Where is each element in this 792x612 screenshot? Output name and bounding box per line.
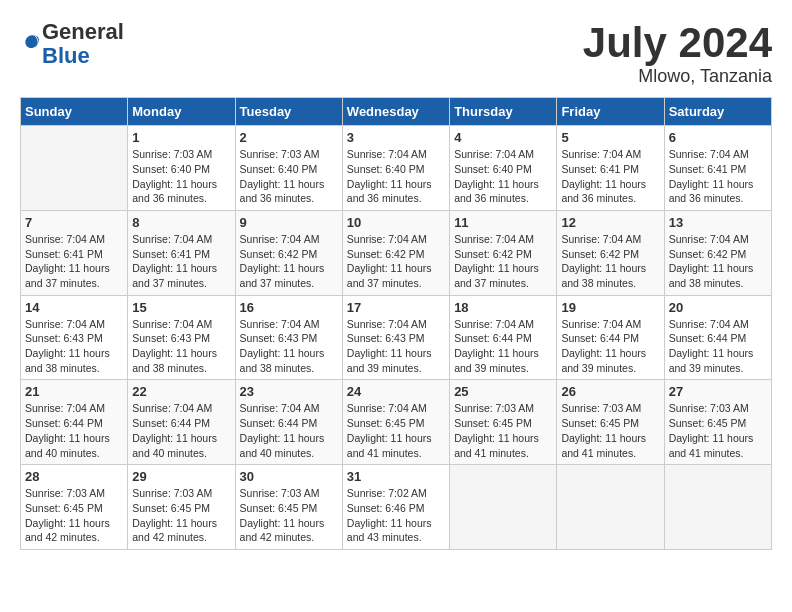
calendar-cell: 21 Sunrise: 7:04 AMSunset: 6:44 PMDaylig… bbox=[21, 380, 128, 465]
day-info: Sunrise: 7:04 AMSunset: 6:44 PMDaylight:… bbox=[132, 401, 230, 460]
calendar-cell: 3 Sunrise: 7:04 AMSunset: 6:40 PMDayligh… bbox=[342, 126, 449, 211]
day-number: 15 bbox=[132, 300, 230, 315]
day-number: 8 bbox=[132, 215, 230, 230]
day-info: Sunrise: 7:04 AMSunset: 6:42 PMDaylight:… bbox=[240, 232, 338, 291]
week-row-5: 28 Sunrise: 7:03 AMSunset: 6:45 PMDaylig… bbox=[21, 465, 772, 550]
day-info: Sunrise: 7:04 AMSunset: 6:44 PMDaylight:… bbox=[240, 401, 338, 460]
page-header: General Blue July 2024 Mlowo, Tanzania bbox=[20, 20, 772, 87]
day-info: Sunrise: 7:04 AMSunset: 6:43 PMDaylight:… bbox=[25, 317, 123, 376]
day-info: Sunrise: 7:03 AMSunset: 6:45 PMDaylight:… bbox=[25, 486, 123, 545]
day-number: 6 bbox=[669, 130, 767, 145]
day-number: 22 bbox=[132, 384, 230, 399]
location-title: Mlowo, Tanzania bbox=[583, 66, 772, 87]
day-info: Sunrise: 7:04 AMSunset: 6:41 PMDaylight:… bbox=[561, 147, 659, 206]
day-number: 10 bbox=[347, 215, 445, 230]
day-info: Sunrise: 7:04 AMSunset: 6:43 PMDaylight:… bbox=[240, 317, 338, 376]
day-info: Sunrise: 7:03 AMSunset: 6:45 PMDaylight:… bbox=[561, 401, 659, 460]
logo: General Blue bbox=[20, 20, 124, 68]
day-info: Sunrise: 7:04 AMSunset: 6:42 PMDaylight:… bbox=[347, 232, 445, 291]
week-row-4: 21 Sunrise: 7:04 AMSunset: 6:44 PMDaylig… bbox=[21, 380, 772, 465]
day-info: Sunrise: 7:03 AMSunset: 6:45 PMDaylight:… bbox=[132, 486, 230, 545]
day-number: 30 bbox=[240, 469, 338, 484]
logo-general-text: General bbox=[42, 19, 124, 44]
title-block: July 2024 Mlowo, Tanzania bbox=[583, 20, 772, 87]
calendar-cell: 14 Sunrise: 7:04 AMSunset: 6:43 PMDaylig… bbox=[21, 295, 128, 380]
day-info: Sunrise: 7:03 AMSunset: 6:45 PMDaylight:… bbox=[454, 401, 552, 460]
day-number: 17 bbox=[347, 300, 445, 315]
calendar-cell: 26 Sunrise: 7:03 AMSunset: 6:45 PMDaylig… bbox=[557, 380, 664, 465]
calendar-cell: 5 Sunrise: 7:04 AMSunset: 6:41 PMDayligh… bbox=[557, 126, 664, 211]
day-info: Sunrise: 7:04 AMSunset: 6:42 PMDaylight:… bbox=[669, 232, 767, 291]
day-number: 9 bbox=[240, 215, 338, 230]
month-title: July 2024 bbox=[583, 20, 772, 66]
calendar-cell: 31 Sunrise: 7:02 AMSunset: 6:46 PMDaylig… bbox=[342, 465, 449, 550]
day-number: 16 bbox=[240, 300, 338, 315]
day-info: Sunrise: 7:03 AMSunset: 6:45 PMDaylight:… bbox=[240, 486, 338, 545]
day-number: 4 bbox=[454, 130, 552, 145]
day-info: Sunrise: 7:04 AMSunset: 6:41 PMDaylight:… bbox=[669, 147, 767, 206]
day-info: Sunrise: 7:04 AMSunset: 6:43 PMDaylight:… bbox=[347, 317, 445, 376]
calendar-cell: 20 Sunrise: 7:04 AMSunset: 6:44 PMDaylig… bbox=[664, 295, 771, 380]
day-info: Sunrise: 7:04 AMSunset: 6:42 PMDaylight:… bbox=[561, 232, 659, 291]
day-number: 25 bbox=[454, 384, 552, 399]
day-info: Sunrise: 7:04 AMSunset: 6:42 PMDaylight:… bbox=[454, 232, 552, 291]
day-number: 14 bbox=[25, 300, 123, 315]
calendar-cell: 13 Sunrise: 7:04 AMSunset: 6:42 PMDaylig… bbox=[664, 210, 771, 295]
calendar-cell: 19 Sunrise: 7:04 AMSunset: 6:44 PMDaylig… bbox=[557, 295, 664, 380]
calendar-cell: 30 Sunrise: 7:03 AMSunset: 6:45 PMDaylig… bbox=[235, 465, 342, 550]
calendar-cell bbox=[450, 465, 557, 550]
day-number: 7 bbox=[25, 215, 123, 230]
day-number: 19 bbox=[561, 300, 659, 315]
calendar-cell: 2 Sunrise: 7:03 AMSunset: 6:40 PMDayligh… bbox=[235, 126, 342, 211]
calendar-cell: 23 Sunrise: 7:04 AMSunset: 6:44 PMDaylig… bbox=[235, 380, 342, 465]
day-number: 11 bbox=[454, 215, 552, 230]
day-info: Sunrise: 7:04 AMSunset: 6:40 PMDaylight:… bbox=[347, 147, 445, 206]
calendar-cell: 12 Sunrise: 7:04 AMSunset: 6:42 PMDaylig… bbox=[557, 210, 664, 295]
day-number: 18 bbox=[454, 300, 552, 315]
day-number: 20 bbox=[669, 300, 767, 315]
day-number: 28 bbox=[25, 469, 123, 484]
weekday-header-friday: Friday bbox=[557, 98, 664, 126]
calendar-cell: 28 Sunrise: 7:03 AMSunset: 6:45 PMDaylig… bbox=[21, 465, 128, 550]
day-info: Sunrise: 7:04 AMSunset: 6:44 PMDaylight:… bbox=[669, 317, 767, 376]
day-number: 21 bbox=[25, 384, 123, 399]
day-info: Sunrise: 7:04 AMSunset: 6:45 PMDaylight:… bbox=[347, 401, 445, 460]
calendar-cell: 4 Sunrise: 7:04 AMSunset: 6:40 PMDayligh… bbox=[450, 126, 557, 211]
calendar-cell bbox=[664, 465, 771, 550]
day-number: 1 bbox=[132, 130, 230, 145]
calendar-cell: 16 Sunrise: 7:04 AMSunset: 6:43 PMDaylig… bbox=[235, 295, 342, 380]
calendar-cell: 27 Sunrise: 7:03 AMSunset: 6:45 PMDaylig… bbox=[664, 380, 771, 465]
calendar-cell bbox=[21, 126, 128, 211]
calendar-cell: 22 Sunrise: 7:04 AMSunset: 6:44 PMDaylig… bbox=[128, 380, 235, 465]
day-number: 23 bbox=[240, 384, 338, 399]
day-number: 27 bbox=[669, 384, 767, 399]
calendar-cell: 17 Sunrise: 7:04 AMSunset: 6:43 PMDaylig… bbox=[342, 295, 449, 380]
day-info: Sunrise: 7:04 AMSunset: 6:41 PMDaylight:… bbox=[132, 232, 230, 291]
calendar-cell: 6 Sunrise: 7:04 AMSunset: 6:41 PMDayligh… bbox=[664, 126, 771, 211]
day-info: Sunrise: 7:03 AMSunset: 6:40 PMDaylight:… bbox=[240, 147, 338, 206]
day-number: 5 bbox=[561, 130, 659, 145]
day-number: 26 bbox=[561, 384, 659, 399]
calendar-cell: 11 Sunrise: 7:04 AMSunset: 6:42 PMDaylig… bbox=[450, 210, 557, 295]
weekday-header-saturday: Saturday bbox=[664, 98, 771, 126]
day-info: Sunrise: 7:02 AMSunset: 6:46 PMDaylight:… bbox=[347, 486, 445, 545]
day-number: 29 bbox=[132, 469, 230, 484]
day-number: 13 bbox=[669, 215, 767, 230]
logo-blue-text: Blue bbox=[42, 43, 90, 68]
week-row-2: 7 Sunrise: 7:04 AMSunset: 6:41 PMDayligh… bbox=[21, 210, 772, 295]
weekday-header-tuesday: Tuesday bbox=[235, 98, 342, 126]
weekday-header-sunday: Sunday bbox=[21, 98, 128, 126]
day-info: Sunrise: 7:04 AMSunset: 6:40 PMDaylight:… bbox=[454, 147, 552, 206]
day-number: 2 bbox=[240, 130, 338, 145]
calendar-cell: 29 Sunrise: 7:03 AMSunset: 6:45 PMDaylig… bbox=[128, 465, 235, 550]
day-info: Sunrise: 7:04 AMSunset: 6:44 PMDaylight:… bbox=[25, 401, 123, 460]
calendar-cell: 24 Sunrise: 7:04 AMSunset: 6:45 PMDaylig… bbox=[342, 380, 449, 465]
calendar-cell: 10 Sunrise: 7:04 AMSunset: 6:42 PMDaylig… bbox=[342, 210, 449, 295]
calendar-cell: 18 Sunrise: 7:04 AMSunset: 6:44 PMDaylig… bbox=[450, 295, 557, 380]
day-info: Sunrise: 7:04 AMSunset: 6:44 PMDaylight:… bbox=[454, 317, 552, 376]
weekday-header-row: SundayMondayTuesdayWednesdayThursdayFrid… bbox=[21, 98, 772, 126]
day-info: Sunrise: 7:03 AMSunset: 6:40 PMDaylight:… bbox=[132, 147, 230, 206]
day-info: Sunrise: 7:04 AMSunset: 6:44 PMDaylight:… bbox=[561, 317, 659, 376]
day-info: Sunrise: 7:04 AMSunset: 6:43 PMDaylight:… bbox=[132, 317, 230, 376]
calendar-table: SundayMondayTuesdayWednesdayThursdayFrid… bbox=[20, 97, 772, 550]
